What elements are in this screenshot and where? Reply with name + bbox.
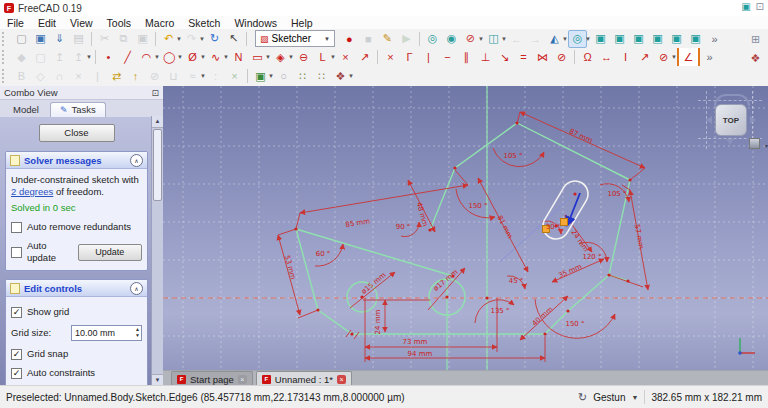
- auto-update-checkbox[interactable]: [11, 247, 22, 258]
- refresh-button[interactable]: ↻: [205, 30, 224, 48]
- print-button[interactable]: ▤: [69, 30, 88, 48]
- constrain-horizontal-button[interactable]: −: [438, 48, 457, 66]
- increase-degree-button[interactable]: ↑: [126, 67, 145, 85]
- menu-view[interactable]: View: [63, 17, 100, 29]
- solver-messages-header[interactable]: Solver messages ∧: [6, 152, 147, 169]
- navigation-style-selector[interactable]: Gestun: [593, 392, 625, 403]
- scrollbar-thumb[interactable]: [153, 129, 162, 201]
- constrain-distance-button[interactable]: ↗: [635, 48, 654, 66]
- dof-link[interactable]: 2 degrees: [11, 186, 53, 197]
- dim-label[interactable]: 105 °: [503, 152, 522, 160]
- menu-sketch[interactable]: Sketch: [181, 17, 227, 29]
- cut-button[interactable]: ✂: [95, 30, 114, 48]
- create-line-button[interactable]: ╱: [118, 48, 137, 66]
- rectangular-array-button-dropdown[interactable]: ▼: [348, 73, 354, 79]
- dim-label[interactable]: 57 mm: [633, 224, 645, 250]
- insert-knot-button[interactable]: :: [206, 67, 225, 85]
- nav-back-button[interactable]: ←: [507, 30, 526, 48]
- constrain-coincident-button[interactable]: ×: [381, 48, 400, 66]
- rotate-left-icon[interactable]: [706, 116, 712, 124]
- fit-selection-button[interactable]: ◉: [442, 30, 461, 48]
- constrain-perpendicular-button[interactable]: ⊥: [476, 48, 495, 66]
- constrain-tangent-button[interactable]: ↘: [495, 48, 514, 66]
- constrain-block-button[interactable]: ⊘: [552, 48, 571, 66]
- select-redundant-constraints-button[interactable]: ○: [274, 67, 293, 85]
- increase-knot-multiplicity-button[interactable]: ⊔: [164, 67, 183, 85]
- constrain-parallel-button[interactable]: ∥: [457, 48, 476, 66]
- navigation-cube[interactable]: TOP ▾: [698, 91, 762, 149]
- dim-label[interactable]: 48 mm: [415, 201, 429, 227]
- close-icon[interactable]: ×: [238, 375, 247, 384]
- create-polyline-button[interactable]: N: [229, 48, 248, 66]
- workbench-selector[interactable]: ▨ Sketcher ▼: [255, 30, 335, 47]
- nav-forward-button[interactable]: →: [526, 30, 545, 48]
- edit-controls-header[interactable]: Edit controls ∧: [6, 280, 147, 297]
- dim-label[interactable]: 87 mm: [568, 127, 594, 145]
- dim-label[interactable]: 45 °: [509, 277, 524, 285]
- close-icon[interactable]: ×: [337, 375, 346, 384]
- dim-label[interactable]: ø15 mm: [360, 271, 388, 296]
- toolbar-handle[interactable]: [2, 50, 8, 64]
- dim-label[interactable]: 150 °: [565, 320, 584, 328]
- create-link-button[interactable]: ↥: [50, 48, 69, 66]
- grid-size-input[interactable]: 10.00 mm ▲▼: [71, 325, 142, 341]
- dim-label[interactable]: 40 mm: [531, 305, 555, 328]
- dim-label[interactable]: 35 mm: [557, 262, 583, 279]
- sketch-viewport[interactable]: 85 mm 90 ° 48 mm 60 ° 53 mm 105 ° 87 mm …: [163, 86, 768, 370]
- view-bottom-button[interactable]: ▣: [686, 30, 705, 48]
- dim-label[interactable]: 24 mm: [569, 228, 590, 253]
- dim-label[interactable]: 135 °: [490, 307, 509, 315]
- scroll-up-icon[interactable]: ▲: [152, 116, 163, 128]
- copy-geometry-button[interactable]: ∷: [312, 67, 331, 85]
- dock-overflow-button[interactable]: ⊞: [746, 30, 765, 48]
- new-file-button[interactable]: ▢: [12, 30, 31, 48]
- dim-label[interactable]: 105 °: [607, 190, 626, 198]
- dim-label[interactable]: 94 mm: [408, 350, 433, 358]
- constrain-lock-button[interactable]: Ω: [578, 48, 597, 66]
- macro-record-button[interactable]: ●: [340, 30, 359, 48]
- grid-snap-checkbox[interactable]: ✓: [11, 349, 22, 360]
- auto-constraints-checkbox[interactable]: ✓: [11, 368, 22, 379]
- constrain-vertical-button[interactable]: |: [419, 48, 438, 66]
- view-axonometric-button[interactable]: ▣: [591, 30, 610, 48]
- toolbar-handle[interactable]: [2, 32, 8, 46]
- view-top-button[interactable]: ▣: [629, 30, 648, 48]
- titlebar-cube-icon[interactable]: ▣: [741, 1, 750, 12]
- chevron-down-icon[interactable]: ▼: [631, 394, 638, 401]
- float-panel-icon[interactable]: ⊡: [151, 88, 159, 98]
- dim-label[interactable]: 120 °: [582, 253, 601, 261]
- constrain-hdistance-button[interactable]: ↔: [597, 48, 616, 66]
- decrease-degree-button[interactable]: ⊘: [145, 67, 164, 85]
- create-point-button[interactable]: •: [99, 48, 118, 66]
- menu-file[interactable]: File: [0, 17, 31, 29]
- menu-windows[interactable]: Windows: [227, 17, 284, 29]
- bspline-control-polygon-button[interactable]: ◇: [31, 67, 50, 85]
- create-body-button[interactable]: ◆: [12, 48, 31, 66]
- clone-button[interactable]: ∷: [293, 67, 312, 85]
- decrease-knot-multiplicity-button[interactable]: ≈: [183, 67, 202, 85]
- redo-button[interactable]: ↷: [182, 30, 201, 48]
- dim-label[interactable]: 73 mm: [403, 338, 428, 346]
- toolbar-handle[interactable]: [2, 69, 8, 83]
- tab-tasks[interactable]: ✎ Tasks: [50, 102, 106, 117]
- macro-stop-button[interactable]: ■: [359, 30, 378, 48]
- whats-this-button[interactable]: ↖: [224, 30, 243, 48]
- update-button[interactable]: Update: [78, 244, 142, 261]
- menu-edit[interactable]: Edit: [31, 17, 63, 29]
- join-curves-button[interactable]: ×: [225, 67, 244, 85]
- constrain-symmetric-button[interactable]: ⋈: [533, 48, 552, 66]
- rotate-right-icon[interactable]: [750, 116, 756, 124]
- trim-edge-button[interactable]: ×: [336, 48, 355, 66]
- navcube-menu-cube-icon[interactable]: [749, 138, 760, 149]
- close-task-button[interactable]: Close: [39, 124, 115, 142]
- dim-label[interactable]: 53 mm: [283, 254, 297, 280]
- collapse-icon[interactable]: ∧: [130, 154, 143, 167]
- navcube-top-face[interactable]: TOP: [715, 104, 747, 136]
- copy-button[interactable]: ⧉: [114, 30, 133, 48]
- bspline-knot-multiplicity-button[interactable]: ×: [69, 67, 88, 85]
- tab-model[interactable]: Model: [4, 103, 48, 117]
- dim-label[interactable]: 90 °: [396, 223, 411, 231]
- constrain-equal-button[interactable]: =: [514, 48, 533, 66]
- macro-edit-button[interactable]: ✎: [378, 30, 397, 48]
- menu-help[interactable]: Help: [284, 17, 320, 29]
